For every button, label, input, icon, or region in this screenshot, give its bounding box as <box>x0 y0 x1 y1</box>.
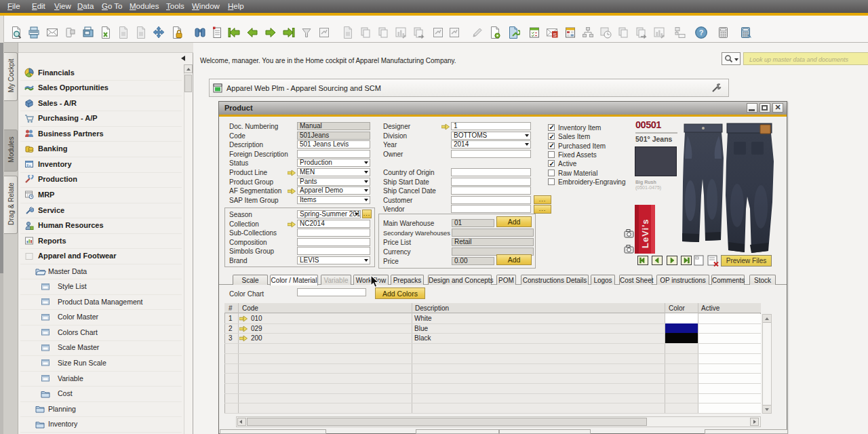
svg-text:?: ? <box>699 28 704 37</box>
svg-text:S: S <box>553 32 557 38</box>
svg-text:LeVi's: LeVi's <box>640 218 650 248</box>
